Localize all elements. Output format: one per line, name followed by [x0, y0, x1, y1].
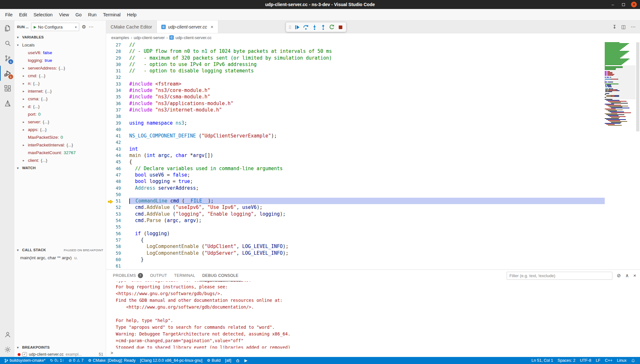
code-line-61[interactable]: 61: [106, 263, 605, 269]
line-number[interactable]: 52: [106, 204, 129, 211]
breadcrumb-item-examples[interactable]: examples: [111, 35, 129, 40]
panel-tab-debug-console[interactable]: DEBUG CONSOLE: [199, 270, 241, 281]
line-number[interactable]: 57: [106, 237, 129, 243]
line-number[interactable]: 28: [106, 48, 129, 54]
more-actions-icon[interactable]: ⋯: [89, 24, 94, 30]
code-line-43[interactable]: 43int: [106, 146, 605, 152]
variable-client[interactable]: ▸client:{...}: [14, 156, 106, 164]
line-number[interactable]: 58: [106, 243, 129, 250]
minimap[interactable]: [605, 42, 636, 126]
line-number[interactable]: 41: [106, 133, 129, 139]
line-number[interactable]: 44: [106, 152, 129, 159]
activity-item-account[interactable]: [0, 327, 14, 342]
line-number[interactable]: 48: [106, 178, 129, 185]
activity-item-cmake[interactable]: [0, 96, 14, 111]
code-line-30[interactable]: 30// - option to use IPv4 or IPv6 addres…: [106, 61, 605, 68]
code-line-40[interactable]: 40: [106, 126, 605, 133]
status-cmake-target[interactable]: [all]: [223, 357, 233, 364]
code-line-60[interactable]: 60 }: [106, 256, 605, 263]
status-os[interactable]: Linux: [615, 357, 629, 364]
step-out-button[interactable]: [320, 24, 326, 30]
variables-scope-locals[interactable]: ▾Locals: [14, 41, 106, 49]
breadcrumb-item-udp-client-server-cc[interactable]: udp-client-server.cc: [175, 35, 212, 40]
activity-item-explorer[interactable]: [0, 21, 14, 36]
status-encoding[interactable]: UTF-8: [577, 357, 593, 364]
line-number[interactable]: 37: [106, 107, 129, 113]
start-debug-icon[interactable]: ▶: [34, 25, 36, 29]
line-number[interactable]: 43: [106, 146, 129, 152]
code-line-57[interactable]: 57 {: [106, 237, 605, 243]
code-line-44[interactable]: 44main (int argc, char *argv[]): [106, 152, 605, 159]
maximize-button[interactable]: [620, 2, 626, 7]
code-line-27[interactable]: 27//: [106, 42, 605, 48]
code-line-46[interactable]: 46 // Declare variables used in command-…: [106, 165, 605, 172]
line-number[interactable]: 39: [106, 120, 129, 126]
code-line-55[interactable]: 55: [106, 224, 605, 230]
stop-button[interactable]: [338, 24, 343, 30]
variable-logging[interactable]: logging:true: [14, 56, 106, 64]
split-editor-icon[interactable]: ◫: [621, 24, 626, 30]
code-line-51[interactable]: 51 CommandLine cmd (__FILE__);: [106, 198, 605, 204]
code-line-35[interactable]: 35#include "ns3/csma-module.h": [106, 94, 605, 100]
variable-interPacketInterval[interactable]: ▸interPacketInterval:{...}: [14, 141, 106, 149]
code-line-33[interactable]: 33#include <fstream>: [106, 81, 605, 87]
line-number[interactable]: 54: [106, 217, 129, 224]
breakpoint-item[interactable]: udp-client-server.cc exampl... 51: [14, 351, 106, 357]
close-panel-icon[interactable]: ×: [633, 273, 636, 278]
status-cmake-status[interactable]: ⚙CMake: [Debug]: Ready: [86, 357, 138, 364]
variable-MaxPacketSize[interactable]: MaxPacketSize:0: [14, 133, 106, 141]
code-line-29[interactable]: 29// - maximum of 320 packets sent (or l…: [106, 55, 605, 61]
code-line-36[interactable]: 36#include "ns3/applications-module.h": [106, 100, 605, 107]
tab-udp-client-server-cc[interactable]: Cudp-client-server.cc×: [157, 21, 218, 33]
code-line-39[interactable]: 39using namespace ns3;: [106, 120, 605, 126]
variable-cmd[interactable]: ▸cmd:{...}: [14, 72, 106, 79]
menu-terminal[interactable]: Terminal: [100, 11, 124, 19]
code-line-58[interactable]: 58 LogComponentEnable ("UdpClient", LOG_…: [106, 243, 605, 250]
line-number[interactable]: 29: [106, 55, 129, 61]
breakpoint-checkbox[interactable]: [22, 352, 27, 357]
code-line-34[interactable]: 34#include "ns3/core-module.h": [106, 87, 605, 94]
variable-internet[interactable]: ▸internet:{...}: [14, 87, 106, 95]
menu-run[interactable]: Run: [85, 11, 100, 19]
code-line-50[interactable]: 50: [106, 191, 605, 198]
tab-cmake-cache-editor[interactable]: CMake Cache Editor: [106, 21, 157, 33]
variable-server[interactable]: ▸server:{...}: [14, 118, 106, 126]
variable-d[interactable]: ▸d:{...}: [14, 103, 106, 110]
activity-item-run-debug[interactable]: 1: [0, 66, 14, 81]
line-number[interactable]: 53: [106, 211, 129, 217]
status-cursor-position[interactable]: Ln 51, Col 1: [529, 357, 555, 364]
step-into-button[interactable]: [312, 24, 317, 30]
activity-item-search[interactable]: [0, 36, 14, 51]
breakpoints-header[interactable]: ▾ BREAKPOINTS: [14, 343, 106, 351]
activity-item-source-control[interactable]: 6: [0, 51, 14, 66]
variable-csma[interactable]: ▸csma:{...}: [14, 95, 106, 103]
status-cmake-kit[interactable]: [Clang 12.0.0 x86_64-pc-linux-gnu]: [138, 357, 205, 364]
line-number[interactable]: 56: [106, 230, 129, 237]
status-problems[interactable]: ⊘0⚠7: [66, 357, 86, 364]
line-number[interactable]: 35: [106, 94, 129, 100]
variable-serverAddress[interactable]: ▸serverAddress:{...}: [14, 64, 106, 72]
menu-file[interactable]: File: [2, 11, 16, 19]
variable-port[interactable]: port:0: [14, 110, 106, 118]
menu-view[interactable]: View: [56, 11, 72, 19]
code-line-28[interactable]: 28// - UDP flow from n0 to n1 of 1024 by…: [106, 48, 605, 54]
close-icon[interactable]: ×: [211, 24, 214, 29]
code-line-53[interactable]: 53 cmd.AddValue ("logging", "Enable logg…: [106, 211, 605, 217]
drag-handle-icon[interactable]: [289, 25, 291, 30]
activity-item-extensions[interactable]: [0, 81, 14, 96]
line-number[interactable]: 60: [106, 256, 129, 263]
line-number[interactable]: 34: [106, 87, 129, 94]
line-number[interactable]: 61: [106, 263, 129, 269]
code-line-37[interactable]: 37#include "ns3/internet-module.h": [106, 107, 605, 113]
line-number[interactable]: 36: [106, 100, 129, 107]
code-line-59[interactable]: 59 LogComponentEnable ("UdpServer", LOG_…: [106, 250, 605, 256]
scrollbar-thumb[interactable]: [636, 42, 639, 131]
status-cmake-run[interactable]: ▶: [242, 357, 249, 364]
line-number[interactable]: 47: [106, 172, 129, 178]
code-line-32[interactable]: 32: [106, 74, 605, 80]
code-line-56[interactable]: 56 if (logging): [106, 230, 605, 237]
menu-help[interactable]: Help: [124, 11, 140, 19]
line-number[interactable]: 55: [106, 224, 129, 230]
code-line-49[interactable]: 49 Address serverAddress;: [106, 185, 605, 191]
stack-frame-main[interactable]: main(int argc, char ** argv) u.: [14, 254, 106, 261]
